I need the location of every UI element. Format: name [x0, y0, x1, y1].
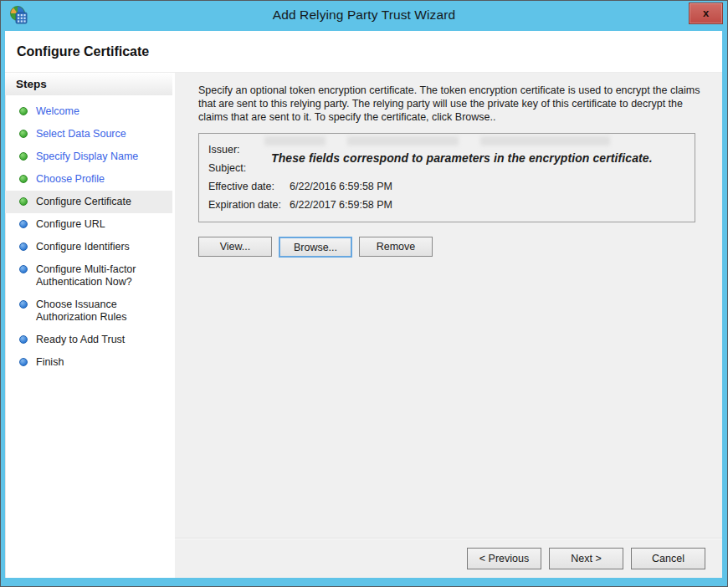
- certificate-details-box: These fields correspond to parameters in…: [198, 133, 695, 222]
- step-configure-identifiers: Configure Identifiers: [5, 236, 172, 258]
- remove-button[interactable]: Remove: [359, 237, 433, 257]
- current-bullet-icon: [19, 197, 28, 206]
- completed-bullet-icon: [19, 175, 28, 183]
- browse-button[interactable]: Browse...: [279, 237, 352, 258]
- wizard-window: Add Relying Party Trust Wizard x Configu…: [0, 0, 728, 587]
- steps-list: Welcome Select Data Source Specify Displ…: [5, 95, 172, 374]
- pending-bullet-icon: [19, 242, 28, 251]
- pending-bullet-icon: [19, 220, 28, 228]
- wizard-frame: Configure Certificate Steps Welcome Sele…: [5, 31, 722, 578]
- pending-bullet-icon: [19, 300, 28, 309]
- step-choose-profile[interactable]: Choose Profile: [5, 168, 172, 191]
- step-finish: Finish: [5, 351, 172, 374]
- previous-button[interactable]: < Previous: [467, 548, 541, 569]
- view-button[interactable]: View...: [198, 237, 272, 257]
- step-configure-certificate: Configure Certificate: [5, 191, 172, 213]
- steps-header: Steps: [5, 73, 172, 95]
- completed-bullet-icon: [19, 107, 28, 115]
- step-ready-to-add-trust: Ready to Add Trust: [5, 329, 172, 351]
- main-pane: Specify an optional token encryption cer…: [175, 73, 722, 578]
- completed-bullet-icon: [19, 152, 28, 161]
- step-configure-mfa: Configure Multi-factor Authentication No…: [5, 258, 172, 294]
- window-title: Add Relying Party Trust Wizard: [1, 1, 727, 31]
- completed-bullet-icon: [19, 130, 28, 138]
- wizard-footer: < Previous Next > Cancel: [175, 538, 722, 578]
- page-header: Configure Certificate: [5, 31, 722, 73]
- next-button[interactable]: Next >: [549, 548, 623, 569]
- close-button[interactable]: x: [689, 3, 723, 24]
- certificate-field-row: Expiration date: 6/22/2017 6:59:58 PM: [208, 196, 686, 214]
- title-bar: Add Relying Party Trust Wizard x: [1, 1, 727, 31]
- certificate-field-row: Effective date: 6/22/2016 6:59:58 PM: [208, 177, 686, 196]
- page-title: Configure Certificate: [17, 44, 149, 59]
- certificate-actions: View... Browse... Remove: [198, 237, 702, 258]
- certificate-annotation: These fields correspond to parameters in…: [271, 151, 690, 165]
- steps-sidebar: Steps Welcome Select Data Source Specify…: [5, 73, 175, 578]
- redacted-issuer-smudge: [264, 136, 624, 145]
- pending-bullet-icon: [19, 358, 28, 366]
- cancel-button[interactable]: Cancel: [631, 548, 705, 569]
- pending-bullet-icon: [19, 265, 28, 273]
- page-description: Specify an optional token encryption cer…: [198, 84, 700, 124]
- step-choose-issuance-rules: Choose Issuance Authorization Rules: [5, 294, 172, 329]
- pending-bullet-icon: [19, 335, 28, 344]
- step-select-data-source[interactable]: Select Data Source: [5, 123, 172, 145]
- step-welcome[interactable]: Welcome: [5, 100, 172, 123]
- step-configure-url: Configure URL: [5, 213, 172, 236]
- step-specify-display-name[interactable]: Specify Display Name: [5, 145, 172, 168]
